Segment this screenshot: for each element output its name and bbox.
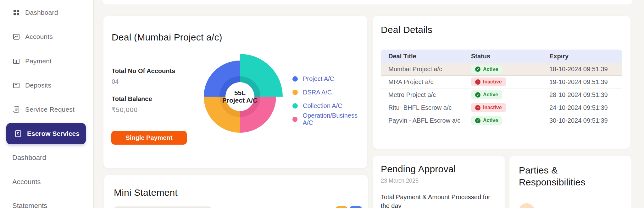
single-payment-button[interactable]: Single Payment: [111, 131, 187, 145]
legend-label: Project A/C: [303, 75, 334, 83]
legend-dot: [292, 76, 298, 82]
table-row[interactable]: Metro Project a/c ✓Active 28-10-2024 09:…: [381, 88, 622, 101]
column-header-deal-title: Deal Title: [381, 53, 471, 60]
pending-approval-description: Total Payment & Amount Processed for the…: [381, 193, 496, 208]
sidebar-subitem-label: Accounts: [12, 178, 41, 186]
deal-title-cell: Metro Project a/c: [381, 91, 471, 99]
mini-statement-title: Mini Statement: [114, 187, 178, 198]
sidebar-item-label: Service Request: [25, 106, 75, 113]
table-row[interactable]: MRA Project a/c −Inactive 19-10-2024 09:…: [381, 76, 622, 88]
mini-statement-amber-chip-button[interactable]: [336, 206, 347, 208]
status-badge: ✓Active: [471, 90, 502, 99]
top-header-strip: [103, 0, 633, 4]
legend-dot: [292, 90, 298, 95]
legend-label: DSRA A/C: [303, 89, 332, 96]
expiry-cell: 30-10-2024 09:51:39: [549, 117, 622, 124]
pending-approval-title: Pending Approval: [381, 164, 456, 174]
legend-label: Collection A/C: [303, 102, 342, 109]
service-request-scroll-icon: [12, 105, 20, 114]
sidebar-item-label: Escrow Services: [27, 130, 80, 137]
sidebar-item-label: Accounts: [25, 33, 53, 40]
pending-approval-card: Pending Approval 23 March 2025 Total Pay…: [373, 156, 505, 208]
mini-statement-filter-tab[interactable]: [114, 206, 212, 208]
deal-details-card: Deal Details Deal Title Status Expiry Mu…: [373, 16, 630, 149]
total-balance-value: ₹50,000: [112, 106, 138, 114]
legend-dot: [292, 103, 298, 109]
sidebar-item-label: Payment: [25, 57, 52, 65]
escrow-rupee-book-icon: ₹: [14, 130, 22, 138]
table-header-row: Deal Title Status Expiry: [381, 50, 622, 63]
deal-summary-card: Deal (Mumbai Project a/c) Total No Of Ac…: [103, 16, 367, 168]
payment-dollar-icon: $: [12, 57, 20, 65]
expiry-cell: 19-10-2024 09:51:39: [549, 78, 622, 86]
accounts-donut-chart: 55L Project A/C: [196, 53, 284, 141]
status-icon: −: [475, 105, 480, 110]
total-accounts-value: 04: [112, 78, 119, 85]
deal-title-cell: Payvin - ABFL Escrow a/c: [381, 117, 471, 124]
donut-center-value: 55L: [216, 89, 264, 97]
deposits-box-icon: [12, 81, 20, 89]
sidebar-subitem-accounts[interactable]: Accounts: [0, 174, 94, 189]
svg-text:$: $: [15, 60, 17, 63]
status-badge: ✓Active: [471, 65, 502, 74]
legend-item-collection[interactable]: Collection A/C: [292, 102, 367, 109]
total-accounts-label: Total No Of Accounts: [112, 67, 175, 75]
sidebar: Dashboard Accounts $ Payment Deposits Se…: [0, 0, 94, 208]
donut-center-text: Project A/C: [216, 97, 264, 104]
mini-statement-card: Mini Statement: [104, 175, 368, 208]
accounts-chart-icon: [12, 33, 20, 41]
status-badge: −Inactive: [471, 77, 506, 86]
donut-legend: Project A/C DSRA A/C Collection A/C Oper…: [292, 75, 367, 123]
deal-card-title: Deal (Mumbai Project a/c): [112, 32, 222, 43]
sidebar-item-escrow-services-active[interactable]: ₹ Escrow Services: [6, 123, 86, 144]
legend-item-project[interactable]: Project A/C: [292, 75, 367, 83]
expiry-cell: 24-10-2024 09:51:39: [549, 104, 622, 111]
legend-item-dsra[interactable]: DSRA A/C: [292, 88, 367, 96]
sidebar-item-service-request[interactable]: Service Request: [0, 102, 94, 117]
sidebar-item-accounts[interactable]: Accounts: [0, 29, 94, 44]
status-badge: ✓Active: [471, 116, 502, 125]
sidebar-item-payment[interactable]: $ Payment: [0, 54, 94, 69]
deal-details-title: Deal Details: [381, 24, 432, 35]
table-row[interactable]: Ritu- BHFL Escrow a/c −Inactive 24-10-20…: [381, 101, 622, 114]
status-icon: ✓: [475, 67, 480, 72]
sidebar-item-dashboard[interactable]: Dashboard: [0, 5, 94, 20]
column-header-expiry: Expiry: [549, 53, 622, 60]
sidebar-item-label: Dashboard: [25, 9, 58, 16]
sidebar-subitem-label: Statements: [12, 202, 47, 208]
table-row[interactable]: Payvin - ABFL Escrow a/c ✓Active 30-10-2…: [381, 114, 622, 127]
expiry-cell: 28-10-2024 09:51:39: [549, 91, 622, 99]
parties-responsibilities-card: Parties & Responsibilities: [509, 156, 631, 208]
column-header-status: Status: [471, 53, 549, 60]
sidebar-subitem-statements[interactable]: Statements: [0, 198, 94, 208]
grid-icon: [12, 8, 20, 17]
parties-title: Parties & Responsibilities: [519, 164, 613, 188]
deal-details-table: Deal Title Status Expiry Mumbai Project …: [381, 50, 622, 127]
deal-title-cell: Ritu- BHFL Escrow a/c: [381, 104, 471, 111]
deal-title-cell: MRA Project a/c: [381, 78, 471, 86]
donut-center-label: 55L Project A/C: [216, 89, 264, 104]
deal-title-cell: Mumbai Project a/c: [381, 66, 471, 73]
sidebar-subitem-label: Dashboard: [12, 154, 46, 162]
svg-text:₹: ₹: [17, 132, 19, 136]
expiry-cell: 18-10-2024 09:51:39: [549, 66, 622, 73]
status-icon: −: [475, 79, 480, 85]
total-balance-label: Total Balance: [112, 95, 152, 103]
sidebar-subitem-dashboard[interactable]: Dashboard: [0, 150, 94, 165]
legend-dot: [292, 117, 297, 122]
legend-item-operation[interactable]: Operation/Business A/C: [292, 115, 367, 123]
sidebar-item-deposits[interactable]: Deposits: [0, 78, 94, 93]
status-icon: ✓: [475, 118, 480, 123]
status-icon: ✓: [475, 92, 480, 98]
party-avatar: [519, 203, 535, 208]
table-row[interactable]: Mumbai Project a/c ✓Active 18-10-2024 09…: [381, 63, 622, 76]
status-badge: −Inactive: [471, 103, 506, 112]
pending-approval-date: 23 March 2025: [381, 178, 419, 184]
mini-statement-blue-chip-button[interactable]: [349, 206, 362, 208]
legend-label: Operation/Business A/C: [303, 112, 367, 126]
sidebar-item-label: Deposits: [25, 82, 51, 89]
escrow-dashboard-screen: Dashboard Accounts $ Payment Deposits Se…: [0, 0, 644, 208]
